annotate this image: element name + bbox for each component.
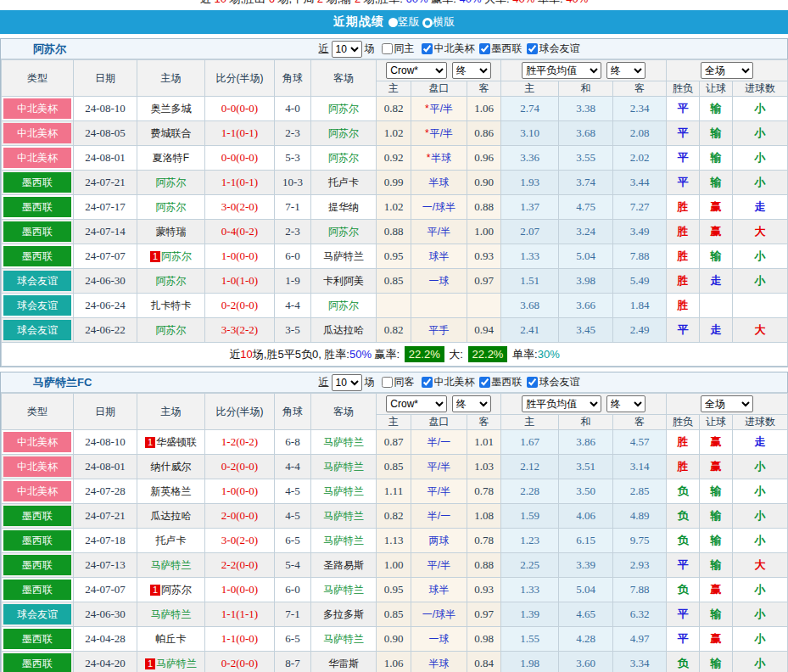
avg-away-cell: 3.44 bbox=[613, 171, 667, 195]
handicap-result-cell: 输 bbox=[700, 602, 733, 627]
league-checkbox[interactable] bbox=[527, 377, 538, 388]
same-venue-checkbox[interactable] bbox=[382, 43, 393, 54]
avg-home-cell: 1.51 bbox=[501, 269, 559, 294]
league-filter[interactable]: 球会友谊 bbox=[527, 42, 580, 56]
league-cell: 墨西联 bbox=[2, 529, 74, 553]
corner-cell: 10-3 bbox=[275, 171, 311, 195]
corner-cell: 7-1 bbox=[275, 602, 311, 627]
corner-cell: 6-8 bbox=[275, 430, 311, 455]
home-odds-cell: 1.13 bbox=[377, 529, 411, 553]
home-team-cell: 阿苏尔 bbox=[137, 318, 205, 343]
match-row: 墨西联24-04-28帕丘卡1-1(0-0)6-5马萨特兰0.90一球0.981… bbox=[2, 627, 788, 652]
avg-select[interactable]: 胜平负均值 bbox=[522, 62, 601, 79]
avg-away-cell: 4.89 bbox=[613, 504, 667, 529]
avg-final-select[interactable]: 终 bbox=[606, 62, 645, 79]
same-venue-checkbox[interactable] bbox=[382, 377, 393, 388]
layout-radio-unselected[interactable] bbox=[422, 18, 433, 28]
layout-radio-label[interactable]: 横版 bbox=[433, 15, 455, 28]
result-cell: 负 bbox=[667, 479, 700, 504]
layout-radio-selected[interactable] bbox=[388, 18, 398, 27]
recent-label[interactable]: 近 bbox=[319, 42, 329, 56]
league-checkbox[interactable] bbox=[422, 43, 433, 54]
handicap-text: 一/球半 bbox=[422, 608, 455, 620]
scope-select[interactable]: 全场 bbox=[701, 395, 753, 412]
scope-select[interactable]: 全场 bbox=[701, 62, 753, 79]
date-cell: 24-07-21 bbox=[74, 171, 137, 195]
goals-cell: 小 bbox=[733, 171, 788, 195]
games-count-select[interactable]: 10 bbox=[332, 41, 362, 58]
filter-controls: 近 10 场 同主 中北美杯墨西联球会友谊 bbox=[209, 41, 580, 58]
league-checkbox[interactable] bbox=[479, 43, 490, 54]
avg-final-select[interactable]: 终 bbox=[606, 395, 645, 412]
layout-radio-label[interactable]: 竖版 bbox=[398, 15, 420, 28]
league-filter[interactable]: 墨西联 bbox=[479, 375, 523, 389]
league-checkbox[interactable] bbox=[479, 377, 490, 388]
match-row: 球会友谊24-06-30马萨特兰1-1(1-1)7-1多拉多斯0.85一/球半0… bbox=[2, 602, 788, 627]
league-badge: 中北美杯 bbox=[3, 98, 71, 119]
summary-segment: 近 bbox=[229, 348, 240, 361]
bookmaker-select[interactable]: Crow* bbox=[386, 62, 447, 79]
away-team-cell: 阿苏尔 bbox=[311, 294, 377, 318]
goals-cell: 大 bbox=[733, 318, 788, 343]
match-row: 中北美杯24-08-01夏洛特F0-0(0-0)5-3阿苏尔0.92*半球0.9… bbox=[2, 146, 788, 171]
home-team-cell: 1阿苏尔 bbox=[137, 578, 205, 602]
away-team-cell: 马萨特兰 bbox=[311, 455, 377, 479]
home-odds-cell: 0.92 bbox=[377, 146, 411, 171]
team-text: 阿苏尔 bbox=[156, 324, 187, 336]
same-venue-label: 同客 bbox=[394, 375, 415, 389]
bookmaker-final-select[interactable]: 终 bbox=[452, 62, 491, 79]
league-filter[interactable]: 中北美杯 bbox=[422, 42, 475, 56]
match-row: 墨西联24-07-071阿苏尔1-0(0-0)6-0马萨特兰0.95球半0.93… bbox=[2, 244, 788, 269]
home-team-cell: 1华盛顿联 bbox=[137, 430, 205, 455]
goals-cell: 小 bbox=[733, 97, 788, 121]
summary-segment: 30% bbox=[538, 348, 560, 361]
league-cell: 中北美杯 bbox=[2, 455, 74, 479]
handicap-text: 半球 bbox=[431, 152, 451, 164]
result-cell: 平 bbox=[667, 121, 700, 146]
date-cell: 24-07-14 bbox=[74, 220, 137, 244]
league-checkbox[interactable] bbox=[422, 377, 433, 388]
col-avg-draw: 和 bbox=[559, 81, 613, 97]
match-row: 球会友谊24-06-24扎卡特卡0-2(0-0)4-4阿苏尔3.683.661.… bbox=[2, 294, 788, 318]
odds-group-header: Crow* 终 bbox=[377, 60, 501, 81]
match-rows: 中北美杯24-08-10奥兰多城0-0(0-0)4-0阿苏尔0.82*平/半1.… bbox=[2, 97, 788, 343]
avg-home-cell: 3.68 bbox=[501, 294, 559, 318]
away-team-cell: 华雷斯 bbox=[311, 652, 377, 672]
same-venue-filter[interactable]: 同主 bbox=[382, 42, 415, 56]
team-text: 多拉多斯 bbox=[323, 608, 364, 620]
handicap-text: 平/半 bbox=[430, 127, 453, 139]
avg-draw-cell: 3.50 bbox=[559, 479, 613, 504]
league-filter[interactable]: 球会友谊 bbox=[527, 375, 580, 389]
avg-draw-cell: 3.60 bbox=[559, 652, 613, 672]
games-count-select[interactable]: 10 bbox=[332, 374, 362, 391]
same-venue-filter[interactable]: 同客 bbox=[382, 375, 415, 389]
handicap-result-cell: 赢 bbox=[700, 627, 733, 652]
layout-radio-group: 竖版 横版 bbox=[388, 14, 455, 30]
handicap-cell: 一球 bbox=[411, 627, 467, 652]
home-team-cell: 马萨特兰 bbox=[137, 553, 205, 578]
red-card-badge: 1 bbox=[145, 437, 155, 448]
avg-home-cell: 3.10 bbox=[501, 121, 559, 146]
league-filter[interactable]: 墨西联 bbox=[479, 42, 523, 56]
league-cell: 墨西联 bbox=[2, 171, 74, 195]
avg-select[interactable]: 胜平负均值 bbox=[522, 395, 601, 412]
league-filter-label: 球会友谊 bbox=[539, 42, 580, 56]
league-cell: 球会友谊 bbox=[2, 318, 74, 343]
recent-label[interactable]: 近 bbox=[319, 375, 329, 389]
handicap-text: 两球 bbox=[429, 535, 450, 546]
avg-away-cell: 2.02 bbox=[613, 146, 667, 171]
avg-home-cell: 2.07 bbox=[501, 220, 559, 244]
league-checkbox[interactable] bbox=[527, 43, 538, 54]
score-cell: 0-4(0-2) bbox=[205, 220, 275, 244]
team-text: 阿苏尔 bbox=[328, 127, 359, 139]
scope-group-header: 全场 bbox=[667, 394, 788, 415]
bookmaker-select[interactable]: Crow* bbox=[386, 395, 447, 412]
bookmaker-final-select[interactable]: 终 bbox=[452, 395, 491, 412]
home-odds-cell: 0.82 bbox=[377, 318, 411, 343]
league-filter[interactable]: 中北美杯 bbox=[422, 375, 475, 389]
corner-cell: 2-3 bbox=[275, 220, 311, 244]
odds-group-header: Crow* 终 bbox=[377, 394, 501, 415]
live-odds-star: * bbox=[427, 152, 431, 164]
handicap-cell bbox=[411, 294, 467, 318]
team-text: 马萨特兰 bbox=[323, 584, 364, 596]
